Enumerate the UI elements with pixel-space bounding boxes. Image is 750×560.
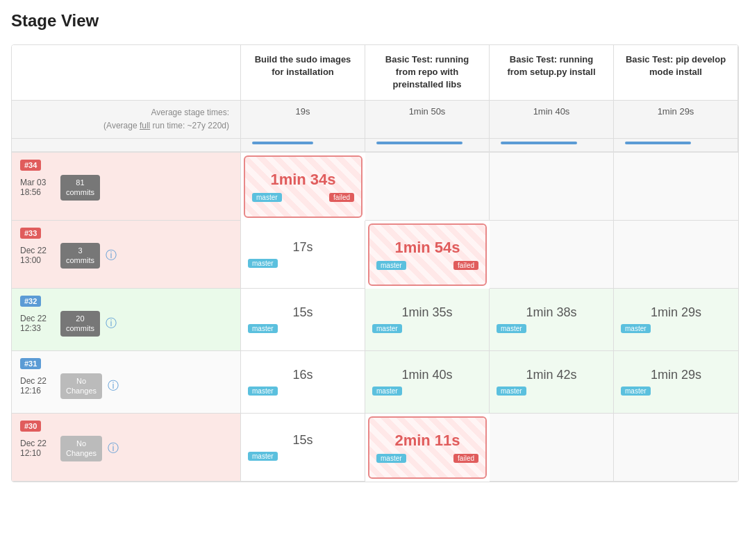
bar-1 xyxy=(365,139,490,153)
stage-tags-3-0: master xyxy=(247,387,359,396)
build-badge-4[interactable]: #30 xyxy=(20,421,41,432)
stage-cell-0-0[interactable]: 1min 34s master failed xyxy=(244,155,362,218)
stage-cell-1-0[interactable]: 17s master xyxy=(241,221,365,289)
branch-tag-2-1: master xyxy=(372,324,402,333)
branch-tag-1-0: master xyxy=(248,259,278,268)
build-date-1: Dec 22 13:00 xyxy=(20,246,55,265)
stage-tags-3-1: master xyxy=(371,387,483,396)
stage-cell-2-1[interactable]: 1min 35s master xyxy=(365,289,490,351)
build-badge-2[interactable]: #32 xyxy=(20,296,41,307)
stage-tags-1-1: master failed xyxy=(375,261,480,270)
branch-tag-2-2: master xyxy=(497,324,526,333)
branch-tag-4-0: master xyxy=(248,452,278,461)
build-badge-3[interactable]: #31 xyxy=(20,358,41,369)
branch-tag-4-1: master xyxy=(376,454,406,463)
stage-tags-4-1: master failed xyxy=(375,454,480,463)
build-badge-1[interactable]: #33 xyxy=(20,228,41,239)
commits-badge-0: 81 commits xyxy=(60,175,100,201)
stage-time-1-0: 17s xyxy=(292,240,312,255)
stage-cell-1-3 xyxy=(614,221,738,289)
col-header-0: Build the sudo images for installation xyxy=(241,45,365,101)
stage-cell-0-2 xyxy=(490,153,614,221)
build-left-3: #31 Dec 22 12:16 No Changes ⓘ xyxy=(12,351,241,414)
page-container: Stage View Build the sudo images for ins… xyxy=(0,0,750,493)
stage-cell-3-2[interactable]: 1min 42s master xyxy=(490,351,614,414)
header-left xyxy=(12,45,241,101)
stage-time-3-1: 1min 40s xyxy=(401,368,452,382)
stage-time-2-3: 1min 29s xyxy=(651,305,701,320)
bar-2 xyxy=(490,139,614,153)
avg-time-3: 1min 29s xyxy=(614,101,738,139)
stage-tags-1-0: master xyxy=(247,259,359,268)
stage-cell-0-1 xyxy=(365,153,490,221)
stage-cell-2-0[interactable]: 15s master xyxy=(241,289,365,351)
build-left-1: #33 Dec 22 13:00 3 commits ⓘ xyxy=(12,221,241,289)
failed-tag-4-1: failed xyxy=(453,454,478,463)
stage-tags-3-3: master xyxy=(619,387,733,396)
branch-tag-3-3: master xyxy=(621,387,651,396)
build-left-4: #30 Dec 22 12:10 No Changes ⓘ xyxy=(12,414,241,482)
bar-left xyxy=(12,139,241,153)
stage-tags-0-0: master failed xyxy=(251,193,356,202)
info-icon-1: ⓘ xyxy=(106,248,117,263)
bar-3 xyxy=(614,139,738,153)
build-date-2: Dec 22 12:33 xyxy=(20,314,55,333)
col-header-1: Basic Test: running from repo with prein… xyxy=(365,45,490,101)
stage-table: Build the sudo images for installation B… xyxy=(11,44,739,482)
stage-cell-4-3 xyxy=(614,414,738,482)
stage-cell-3-1[interactable]: 1min 40s master xyxy=(365,351,490,414)
stage-cell-1-2 xyxy=(490,221,614,289)
build-badge-0[interactable]: #34 xyxy=(20,160,41,171)
stage-tags-2-3: master xyxy=(619,324,733,333)
commits-badge-3: No Changes xyxy=(60,373,102,399)
build-left-2: #32 Dec 22 12:33 20 commits ⓘ xyxy=(12,289,241,351)
branch-tag-3-0: master xyxy=(248,387,278,396)
info-icon-2: ⓘ xyxy=(106,316,117,331)
avg-title: Average stage times: xyxy=(151,108,229,117)
build-date-4: Dec 22 12:10 xyxy=(20,439,55,458)
info-icon-4: ⓘ xyxy=(108,441,119,456)
stage-cell-3-3[interactable]: 1min 29s master xyxy=(614,351,738,414)
stage-time-3-2: 1min 42s xyxy=(526,368,576,382)
avg-time-1: 1min 50s xyxy=(365,101,490,139)
build-date-3: Dec 22 12:16 xyxy=(20,376,55,396)
avg-label: Average stage times: (Average full run t… xyxy=(12,101,241,139)
stage-tags-2-0: master xyxy=(247,324,359,333)
failed-tag-0-0: failed xyxy=(329,193,354,202)
build-date-0: Mar 03 18:56 xyxy=(20,178,55,197)
stage-time-0-0: 1min 34s xyxy=(270,171,335,189)
col-header-2: Basic Test: running from setup.py instal… xyxy=(490,45,614,101)
avg-time-2: 1min 40s xyxy=(490,101,614,139)
stage-cell-3-0[interactable]: 16s master xyxy=(241,351,365,414)
stage-tags-3-2: master xyxy=(495,387,608,396)
branch-tag-1-1: master xyxy=(376,261,406,270)
stage-time-4-0: 15s xyxy=(292,433,312,448)
avg-sub: (Average full run time: ~27y 220d) xyxy=(103,121,229,130)
stage-tags-2-1: master xyxy=(371,324,483,333)
stage-time-2-0: 15s xyxy=(292,305,312,320)
bar-0 xyxy=(241,139,365,153)
stage-time-1-1: 1min 54s xyxy=(394,239,460,257)
failed-tag-1-1: failed xyxy=(453,261,478,270)
page-title: Stage View xyxy=(11,11,739,31)
branch-tag-2-0: master xyxy=(248,324,278,333)
stage-cell-4-2 xyxy=(490,414,614,482)
branch-tag-2-3: master xyxy=(621,324,651,333)
stage-tags-4-0: master xyxy=(247,452,359,461)
stage-cell-4-0[interactable]: 15s master xyxy=(241,414,365,482)
col-header-3: Basic Test: pip develop mode install xyxy=(614,45,738,101)
stage-cell-2-2[interactable]: 1min 38s master xyxy=(490,289,614,351)
stage-time-3-3: 1min 29s xyxy=(651,368,701,382)
commits-badge-2: 20 commits xyxy=(60,311,100,337)
build-left-0: #34 Mar 03 18:56 81 commits xyxy=(12,153,241,221)
stage-cell-1-1[interactable]: 1min 54s master failed xyxy=(368,223,487,286)
stage-cell-4-1[interactable]: 2min 11s master failed xyxy=(368,416,487,479)
branch-tag-0-0: master xyxy=(252,193,282,202)
stage-time-2-1: 1min 35s xyxy=(401,305,452,320)
stage-time-2-2: 1min 38s xyxy=(526,305,576,320)
stage-cell-0-3 xyxy=(614,153,738,221)
stage-cell-2-3[interactable]: 1min 29s master xyxy=(614,289,738,351)
avg-time-0: 19s xyxy=(241,101,365,139)
branch-tag-3-1: master xyxy=(372,387,402,396)
stage-tags-2-2: master xyxy=(495,324,608,333)
